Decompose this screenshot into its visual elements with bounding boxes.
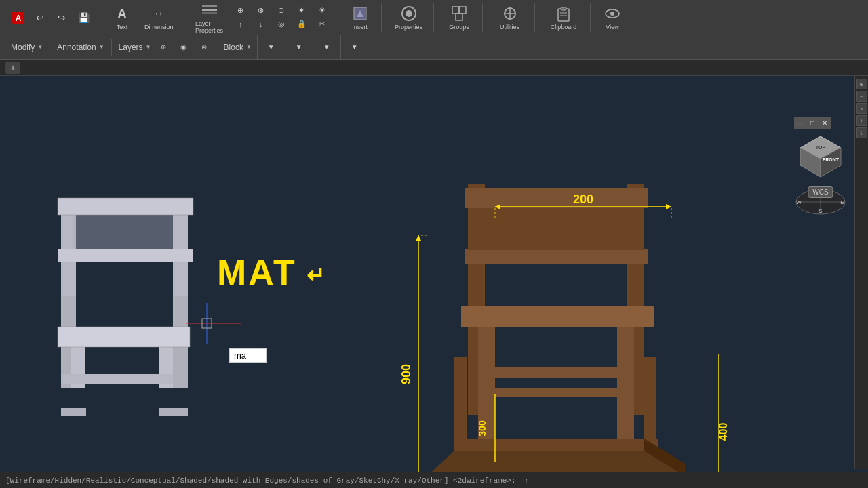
layers-icon-btn3[interactable]: ⊗ (195, 41, 214, 54)
dimension-button[interactable]: ↔ Dimension (140, 3, 178, 32)
svg-rect-11 (456, 14, 462, 20)
redo-button[interactable]: ↪ (52, 9, 72, 26)
new-tab-button[interactable]: + (5, 62, 20, 74)
text-label: Text (117, 24, 128, 30)
minimize-button[interactable]: ─ (794, 117, 806, 129)
text-icon: A (113, 4, 132, 23)
viewcube[interactable]: ─ □ ✕ FRONT TOP (793, 117, 848, 198)
redo-icon: ↪ (54, 10, 69, 25)
text-button[interactable]: A Text (105, 3, 139, 32)
clipboard-label: Clipboard (551, 24, 577, 30)
block-arrow: ▼ (246, 44, 252, 50)
empty-btn4[interactable]: ▼ (345, 42, 364, 52)
canvas-area: MAT ↵ ma ─ □ ✕ FRONT TOP (0, 76, 868, 488)
rp-btn3[interactable]: × (856, 103, 867, 114)
enter-arrow-symbol: ↵ (307, 262, 325, 288)
layer-btn9[interactable]: 🔒 (292, 18, 311, 30)
svg-text:FRONT: FRONT (823, 157, 840, 162)
groups-label: Groups (449, 24, 469, 30)
groups-button[interactable]: Groups (441, 3, 478, 32)
svg-point-8 (406, 10, 412, 17)
toolbar-top-row: A ↩ ↪ 💾 A Text ↔ Dimension (0, 0, 868, 35)
layer-btn3[interactable]: ⊙ (272, 5, 291, 17)
svg-text:A: A (16, 14, 22, 23)
view-button[interactable]: View (597, 3, 628, 32)
undo-button[interactable]: ↩ (30, 9, 50, 26)
toolbar-text-group: A Text ↔ Dimension (101, 3, 182, 32)
svg-rect-16 (561, 7, 566, 10)
view-label: View (606, 24, 618, 30)
status-text: [Wireframe/Hidden/Realistic/Conceptual/S… (5, 476, 529, 485)
sep2 (111, 39, 112, 56)
modify-label: Modify (11, 43, 35, 52)
rp-btn2[interactable]: − (856, 91, 867, 102)
maximize-button[interactable]: □ (806, 117, 818, 129)
view-icon (603, 4, 622, 23)
clipboard-button[interactable]: Clipboard (542, 3, 586, 32)
block-dropdown[interactable]: Block ▼ (222, 35, 253, 59)
app-menu-icon: A (11, 10, 26, 25)
layer-properties-label: LayerProperties (195, 20, 223, 34)
tabs-bar: + (0, 60, 868, 76)
close-button[interactable]: ✕ (818, 117, 831, 129)
svg-text:E: E (840, 199, 844, 205)
insert-label: Insert (352, 24, 368, 30)
layer-btn7[interactable]: ↓ (252, 18, 271, 30)
rp-btn5[interactable]: ↓ (856, 127, 867, 138)
utilities-icon (500, 4, 519, 23)
layers-icon-btn2[interactable]: ◉ (174, 41, 193, 54)
viewcube-3d[interactable]: FRONT TOP (793, 133, 848, 187)
wcs-button[interactable]: WCS (808, 186, 833, 198)
groups-icon (450, 4, 469, 23)
layer-btn8[interactable]: ◎ (272, 18, 291, 30)
svg-rect-15 (558, 9, 569, 21)
annotation-dropdown[interactable]: Annotation ▼ (52, 35, 109, 59)
empty-btn2[interactable]: ▼ (290, 42, 309, 52)
toolbar-clipboard-group: Clipboard (538, 3, 591, 32)
toolbar-utilities-group: Utilities (486, 3, 535, 32)
rp-btn1[interactable]: ⊕ (856, 79, 867, 89)
undo-icon: ↩ (33, 10, 47, 25)
layer-btn6[interactable]: ↑ (231, 18, 250, 30)
svg-rect-2 (202, 5, 217, 7)
properties-label: Properties (395, 24, 422, 30)
properties-button[interactable]: Properties (389, 3, 429, 32)
clipboard-icon (554, 4, 573, 23)
plus-icon: + (10, 62, 16, 73)
layer-properties-button[interactable]: LayerProperties (189, 0, 230, 35)
layers-arrow: ▼ (146, 44, 151, 50)
command-input-box[interactable]: ma (229, 348, 267, 363)
layer-btn5[interactable]: ☀ (313, 5, 332, 17)
status-bar: [Wireframe/Hidden/Realistic/Conceptual/S… (0, 472, 868, 488)
rp-btn4[interactable]: ↑ (856, 115, 867, 126)
empty-btn3[interactable]: ▼ (317, 42, 336, 52)
insert-icon (351, 4, 370, 23)
drawing-canvas[interactable] (0, 76, 854, 472)
modify-arrow: ▼ (37, 44, 43, 50)
layer-btn1[interactable]: ⊕ (231, 5, 250, 17)
empty-btn1[interactable]: ▼ (262, 42, 281, 52)
svg-point-20 (610, 12, 614, 16)
toolbar-insert-group: Insert (339, 3, 382, 32)
app-menu-button[interactable]: A (8, 9, 28, 26)
layer-btn4[interactable]: ✦ (292, 5, 311, 17)
utilities-button[interactable]: Utilities (490, 3, 530, 32)
toolbar-bottom-row: Modify ▼ Annotation ▼ Layers ▼ ⊕ ◉ ⊗ Blo… (0, 35, 868, 59)
save-button[interactable]: 💾 (73, 9, 94, 26)
layer-btn10[interactable]: ✂ (313, 18, 332, 30)
utilities-label: Utilities (500, 24, 519, 30)
dimension-label: Dimension (144, 24, 174, 30)
properties-icon (399, 4, 418, 23)
layers-icon-btn1[interactable]: ⊕ (154, 41, 173, 54)
svg-text:TOP: TOP (816, 145, 826, 150)
toolbar-properties-group: Properties (384, 3, 434, 32)
toolbar-view-group: View (593, 3, 632, 32)
toolbar-layer-group: LayerProperties ⊕ ⊗ ⊙ ✦ ☀ ↑ ↓ ◎ 🔒 ✂ (185, 3, 336, 32)
toolbar-groups-group: Groups (437, 3, 483, 32)
right-panel: ⊕ − × ↑ ↓ (854, 76, 868, 469)
layer-btn2[interactable]: ⊗ (252, 5, 271, 17)
modify-dropdown[interactable]: Modify ▼ (5, 35, 48, 59)
annotation-arrow: ▼ (99, 44, 104, 50)
layers-dropdown[interactable]: Layers ▼ (117, 35, 153, 59)
insert-button[interactable]: Insert (343, 3, 377, 32)
